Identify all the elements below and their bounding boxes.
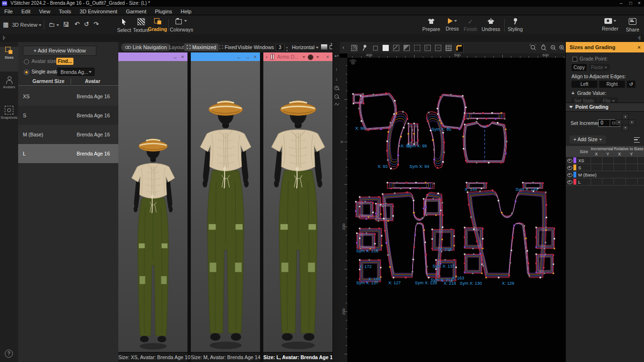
zoom-area-icon[interactable] — [530, 44, 537, 52]
copy-button[interactable]: Copy — [571, 64, 587, 71]
zoom-in-icon[interactable] — [558, 44, 566, 52]
history-button[interactable]: ↺ — [84, 21, 89, 28]
grade-value-cell[interactable] — [591, 164, 602, 171]
marquee-tool-icon[interactable] — [413, 44, 421, 52]
orbit-icon[interactable]: ↩ — [333, 53, 340, 59]
paste-dropdown[interactable]: Paste — [589, 64, 610, 71]
visibility-eye-icon[interactable] — [567, 180, 572, 184]
grade-value-cell[interactable] — [637, 178, 644, 185]
grade-point-label[interactable]: Sym X: 130 — [460, 281, 482, 286]
pan-up-icon[interactable]: ↑ — [333, 67, 340, 72]
share-button[interactable]: Share — [624, 18, 641, 32]
grade-value-cell[interactable] — [637, 157, 644, 164]
minimize-button[interactable]: – — [617, 0, 625, 6]
grading-size-row-l[interactable]: L — [566, 178, 644, 186]
menu-tools[interactable]: Tools — [54, 8, 75, 14]
info-tool-icon[interactable]: i — [424, 44, 431, 52]
grade-value-cell[interactable] — [602, 157, 613, 164]
grade-point-label[interactable]: Sym X: 94 — [409, 164, 429, 169]
grade-point-label[interactable]: X: 127 — [388, 280, 401, 285]
mode-selector[interactable]: ▦ 3D Review — [3, 21, 42, 28]
menu-garment[interactable]: Garment — [122, 8, 151, 14]
grade-point-label[interactable]: X: 96 — [355, 126, 365, 131]
grading-size-row-s[interactable]: S — [566, 164, 644, 171]
window-header-m[interactable]: × → ← — [191, 52, 260, 61]
nudge-down-button[interactable]: ▼ — [622, 125, 629, 131]
move-tool-icon[interactable]: → — [434, 44, 442, 52]
redo-button[interactable]: ↷ — [93, 21, 99, 28]
close-button[interactable]: × — [635, 0, 643, 6]
grade-value-cell[interactable] — [625, 157, 637, 164]
grade-point-label[interactable]: Sym X: 217 — [356, 280, 379, 285]
fit-view-icon[interactable]: ↗↙ — [333, 102, 340, 106]
forward-icon[interactable]: → — [173, 52, 178, 61]
grade-value-cell[interactable] — [602, 178, 613, 185]
size-row-s[interactable]: SBrenda Age 16 — [18, 106, 118, 125]
grade-value-cell[interactable] — [591, 178, 602, 185]
visible-windows-input[interactable]: 3 — [276, 44, 284, 51]
fixed-button[interactable]: Fixed — [217, 43, 239, 51]
open-file-button[interactable]: 🗀 — [49, 21, 59, 28]
undress-button[interactable]: Undress — [480, 18, 502, 32]
visible-windows-spinner[interactable]: ▲▼ — [286, 43, 288, 51]
grade-value-cell[interactable] — [602, 164, 613, 171]
grade-point-label[interactable]: X: 93 — [377, 164, 387, 169]
viewport-3d-l[interactable] — [263, 61, 332, 352]
zoom-fit-icon[interactable] — [540, 44, 548, 52]
collapse-left-icon[interactable]: |‹ — [3, 35, 5, 40]
close-icon[interactable]: × — [638, 42, 641, 52]
visibility-eye-icon[interactable] — [567, 173, 572, 177]
pose-chevron-icon[interactable] — [301, 52, 305, 61]
size-list-options-icon[interactable] — [634, 137, 640, 143]
add-size-dropdown[interactable]: + Add Size — [570, 135, 606, 144]
menu-3d-environment[interactable]: 3D Environment — [75, 8, 122, 14]
zoom-in-icon[interactable]: + — [334, 86, 339, 90]
avatar-chevron-icon[interactable] — [315, 52, 319, 61]
pan-down-icon[interactable]: ↓ — [333, 76, 340, 82]
edit-tool-icon[interactable] — [392, 44, 400, 52]
grading-size-row-mbase[interactable]: M (Base) — [566, 171, 644, 178]
grade-point-label[interactable]: X: 216 — [439, 247, 452, 252]
menu-plugins[interactable]: Plugins — [151, 8, 177, 14]
brush-tool-icon[interactable] — [403, 44, 410, 52]
dress-button[interactable]: Dress — [442, 18, 463, 31]
grade-point-label[interactable]: X: 144 — [465, 187, 477, 192]
menu-view[interactable]: View — [35, 8, 55, 14]
visibility-eye-icon[interactable] — [567, 166, 572, 170]
align-right-button[interactable]: Right — [599, 81, 625, 88]
orientation-dropdown[interactable]: Horizontal — [292, 43, 319, 51]
piece-small-icon[interactable] — [371, 44, 379, 52]
zoom-out-icon[interactable] — [550, 44, 557, 52]
link-navigation-button[interactable]: Link Navigation — [121, 43, 171, 51]
grade-value-cell[interactable] — [625, 178, 637, 185]
nudge-left-button[interactable]: ◄ — [615, 119, 622, 125]
piece-filled-icon[interactable] — [382, 44, 389, 52]
menu-file[interactable]: File — [0, 8, 17, 14]
reset-align-button[interactable]: ↺ — [627, 81, 635, 88]
collapse-icon[interactable]: ‹ — [343, 44, 344, 50]
collapse-icon[interactable]: ‹ — [266, 52, 268, 61]
grade-point-label[interactable]: X: 129 — [502, 281, 514, 286]
grade-value-cell[interactable] — [625, 164, 637, 171]
viewport-3d-m[interactable] — [191, 61, 260, 352]
maximized-button[interactable]: Maximized — [184, 43, 218, 51]
avatar-head-icon[interactable] — [308, 54, 313, 60]
grade-point-label[interactable]: Sym X: 145 — [516, 187, 538, 192]
rail-item-snapshots[interactable]: Snapshots — [0, 106, 18, 131]
grade-point-label[interactable]: X: 218 — [444, 281, 456, 286]
styling-button[interactable]: Styling — [506, 18, 525, 32]
visibility-eye-icon[interactable] — [567, 159, 572, 163]
rail-item-avatars[interactable]: Avatars — [0, 76, 18, 101]
avatar-dropdown[interactable]: Brenda Ag... — [57, 68, 94, 76]
gradient-bg-icon[interactable] — [321, 43, 327, 51]
prepare-button[interactable]: Prepare — [422, 18, 441, 32]
help-button[interactable]: ? — [5, 350, 13, 358]
grid-tool-icon[interactable] — [445, 44, 452, 52]
viewport-3d-xs[interactable] — [118, 61, 187, 352]
zoom-out-icon[interactable]: - — [334, 94, 339, 99]
grade-value-cell[interactable] — [613, 164, 625, 171]
point-grading-section[interactable]: Point Grading — [566, 103, 644, 112]
back-icon[interactable]: ← — [237, 52, 242, 61]
grade-value-cell[interactable] — [613, 178, 625, 185]
forward-icon[interactable]: → — [245, 52, 250, 61]
